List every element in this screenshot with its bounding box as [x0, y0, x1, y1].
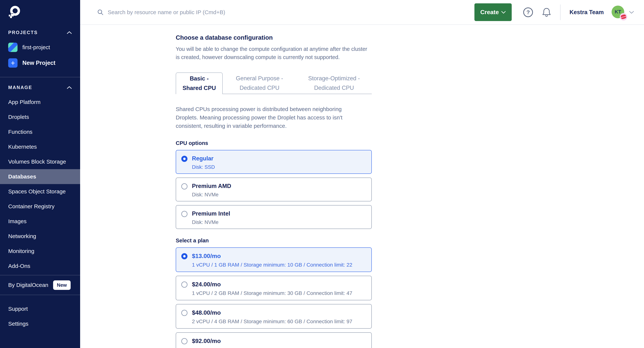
cpu-option-subtitle: Disk: NVMe	[192, 192, 231, 198]
cpu-option-title: Premium AMD	[192, 183, 231, 190]
select-plan-label: Select a plan	[176, 238, 372, 244]
sidebar-item-settings[interactable]: Settings	[0, 316, 80, 331]
cpu-options-label: CPU options	[176, 140, 372, 146]
help-icon[interactable]: ?	[523, 8, 533, 17]
tab-label-line: Basic -	[190, 74, 209, 83]
cpu-option-title: Regular	[192, 155, 215, 162]
tab-label-line: General Purpose -	[236, 74, 283, 83]
plan-specs: 1 vCPU / 1 GB RAM / Storage minimum: 10 …	[192, 262, 352, 268]
sidebar-item-functions[interactable]: Functions	[0, 124, 80, 139]
plan-specs: 2 vCPU / 4 GB RAM / Storage minimum: 60 …	[192, 318, 352, 324]
plan-price: $48.00/mo	[192, 309, 352, 316]
search-input[interactable]	[108, 9, 313, 16]
radio-unselected[interactable]	[181, 338, 188, 344]
account-avatar[interactable]: KT	[612, 6, 625, 19]
new-project-button[interactable]: + New Project	[8, 58, 80, 68]
plan-specs: 1 vCPU / 2 GB RAM / Storage minimum: 30 …	[192, 290, 352, 296]
sidebar-item-databases[interactable]: Databases	[0, 169, 80, 184]
sidebar-item-networking[interactable]: Networking	[0, 229, 80, 244]
sidebar-item-app-platform[interactable]: App Platform	[0, 95, 80, 110]
radio-unselected[interactable]	[181, 211, 188, 217]
sidebar-item-add-ons[interactable]: Add-Ons	[0, 258, 80, 274]
digitalocean-logo-icon[interactable]	[8, 6, 20, 20]
radio-selected[interactable]	[181, 253, 188, 259]
by-digitalocean-label: By DigitalOcean	[8, 282, 48, 288]
project-name-label: first-project	[22, 44, 50, 50]
projects-header-label: PROJECTS	[8, 30, 38, 35]
tab-label-line: Shared CPU	[182, 84, 216, 92]
database-config-section: Choose a database configuration You will…	[80, 25, 372, 348]
plan-price: $92.00/mo	[192, 338, 221, 344]
tab-storage-optimized-dedicated-cpu[interactable]: Storage-Optimized - Dedicated CPU	[296, 72, 372, 94]
plan-option-92[interactable]: $92.00/mo	[176, 332, 372, 348]
team-name-label: Kestra Team	[570, 9, 604, 16]
plan-price: $13.00/mo	[192, 252, 352, 260]
account-menu-chevron-down-icon[interactable]	[629, 10, 634, 14]
avatar-status-badge-icon	[620, 13, 627, 20]
radio-unselected[interactable]	[181, 310, 188, 316]
sidebar-item-spaces-object-storage[interactable]: Spaces Object Storage	[0, 184, 80, 199]
cpu-option-subtitle: Disk: SSD	[192, 164, 215, 170]
chevron-up-icon	[67, 86, 72, 89]
tab-label-line: Storage-Optimized -	[308, 74, 360, 83]
sidebar-item-first-project[interactable]: first-project	[8, 43, 80, 52]
cpu-option-premium-amd[interactable]: Premium AMD Disk: NVMe	[176, 178, 372, 202]
sidebar-item-kubernetes[interactable]: Kubernetes	[0, 139, 80, 154]
plan-option-48[interactable]: $48.00/mo 2 vCPU / 4 GB RAM / Storage mi…	[176, 304, 372, 329]
sidebar: PROJECTS first-project + New Project MAN…	[0, 0, 80, 348]
top-bar: Create ? Kestra Team KT	[80, 0, 644, 25]
radio-unselected[interactable]	[181, 183, 188, 190]
cpu-option-title: Premium Intel	[192, 210, 230, 217]
chevron-up-icon	[67, 31, 72, 34]
new-project-label: New Project	[22, 60, 55, 66]
cpu-option-regular[interactable]: Regular Disk: SSD	[176, 150, 372, 174]
page-title: Choose a database configuration	[176, 34, 372, 41]
sidebar-item-monitoring[interactable]: Monitoring	[0, 244, 80, 258]
sidebar-item-support[interactable]: Support	[0, 302, 80, 316]
sidebar-divider	[0, 77, 80, 77]
sidebar-item-volumes-block-storage[interactable]: Volumes Block Storage	[0, 154, 80, 169]
main-area: Create ? Kestra Team KT Choose a databas…	[80, 0, 644, 348]
search-icon	[97, 9, 104, 16]
plan-price: $24.00/mo	[192, 281, 352, 288]
create-button-label: Create	[480, 9, 499, 16]
configuration-tabs: Basic - Shared CPU General Purpose - Ded…	[176, 72, 372, 94]
manage-nav-list: App Platform Droplets Functions Kubernet…	[0, 95, 80, 274]
radio-selected[interactable]	[181, 156, 188, 162]
page-subtitle: You will be able to change the compute c…	[176, 45, 372, 61]
new-badge: New	[53, 280, 70, 290]
sidebar-item-images[interactable]: Images	[0, 214, 80, 229]
chevron-down-icon	[501, 11, 506, 14]
manage-header-label: MANAGE	[8, 85, 32, 90]
search-bar	[80, 9, 474, 16]
tab-basic-shared-cpu[interactable]: Basic - Shared CPU	[176, 72, 223, 94]
spacer	[0, 295, 80, 302]
plan-option-13[interactable]: $13.00/mo 1 vCPU / 1 GB RAM / Storage mi…	[176, 248, 372, 272]
tab-description: Shared CPUs processing power is distribu…	[176, 105, 352, 130]
cpu-option-premium-intel[interactable]: Premium Intel Disk: NVMe	[176, 205, 372, 229]
plan-option-24[interactable]: $24.00/mo 1 vCPU / 2 GB RAM / Storage mi…	[176, 276, 372, 300]
sidebar-section-manage[interactable]: MANAGE	[8, 85, 72, 90]
project-icon	[8, 43, 18, 52]
by-digitalocean-row[interactable]: By DigitalOcean New	[0, 275, 80, 295]
tab-general-purpose-dedicated-cpu[interactable]: General Purpose - Dedicated CPU	[223, 72, 296, 94]
sidebar-item-container-registry[interactable]: Container Registry	[0, 199, 80, 214]
radio-unselected[interactable]	[181, 282, 188, 288]
cpu-option-subtitle: Disk: NVMe	[192, 220, 230, 225]
plus-icon: +	[8, 58, 18, 68]
sidebar-item-droplets[interactable]: Droplets	[0, 110, 80, 124]
tab-label-line: Dedicated CPU	[240, 84, 280, 92]
header-divider	[560, 4, 560, 20]
create-button[interactable]: Create	[474, 3, 512, 21]
tab-label-line: Dedicated CPU	[314, 84, 354, 92]
sidebar-section-projects[interactable]: PROJECTS	[8, 30, 72, 35]
notifications-bell-icon[interactable]	[542, 7, 551, 17]
